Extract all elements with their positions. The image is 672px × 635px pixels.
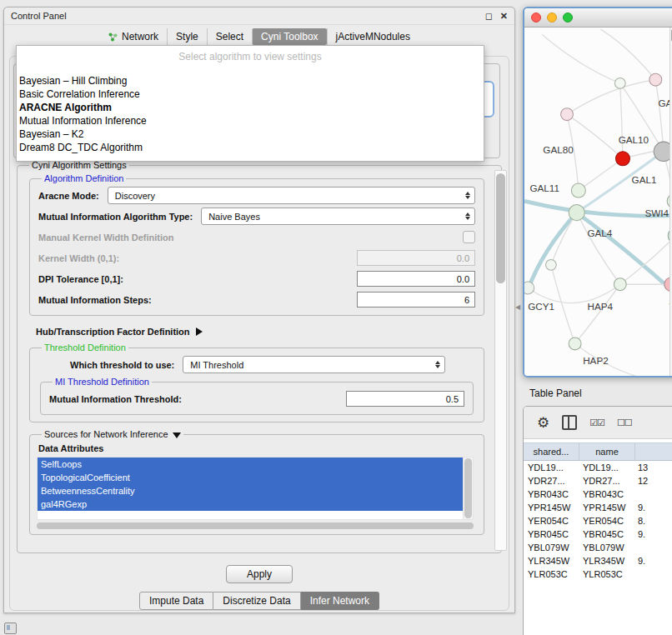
table-row[interactable]: YDR27...YDR27...12 bbox=[524, 474, 672, 488]
sources-title[interactable]: Sources for Network Inference bbox=[42, 429, 183, 439]
attribute-item[interactable]: TopologicalCoefficient bbox=[38, 471, 463, 484]
columns-icon[interactable] bbox=[562, 415, 577, 430]
table-cell: YPR145W bbox=[579, 501, 634, 514]
mi-threshold-definition-title: MI Threshold Definition bbox=[53, 377, 152, 387]
algorithm-option[interactable]: Bayesian – K2 bbox=[17, 128, 484, 141]
graph-node[interactable] bbox=[615, 152, 629, 166]
node-label: HAP2 bbox=[583, 355, 609, 366]
aracne-mode-select[interactable]: Discovery bbox=[108, 187, 475, 204]
aracne-mode-value: Discovery bbox=[115, 191, 155, 201]
control-panel-content: Select algorithm to view settings Bayesi… bbox=[9, 56, 509, 611]
tab-style[interactable]: Style bbox=[167, 28, 207, 45]
node-label: GAL11 bbox=[529, 182, 559, 193]
table-row[interactable]: YBR045CYBR045C9. bbox=[524, 528, 672, 541]
combo-arrows-icon bbox=[435, 361, 440, 368]
threshold-definition-group: Threshold Definition Which threshold to … bbox=[29, 342, 484, 422]
settings-vertical-scrollbar[interactable] bbox=[494, 170, 507, 551]
table-row[interactable]: YDL19...YDL19...13 bbox=[524, 461, 672, 474]
manual-kernel-checkbox[interactable] bbox=[463, 231, 475, 243]
graph-node[interactable] bbox=[649, 73, 662, 86]
algorithm-option[interactable]: Bayesian – Hill Climbing bbox=[17, 74, 484, 88]
attributes-vertical-scrollbar[interactable] bbox=[463, 458, 473, 519]
bottom-tab-impute-data[interactable]: Impute Data bbox=[139, 592, 213, 610]
table-body: YDL19...YDL19...13YDR27...YDR27...12YBR0… bbox=[524, 461, 672, 581]
close-panel-icon[interactable]: ✕ bbox=[500, 11, 508, 22]
table-cell: YLR053C bbox=[579, 568, 634, 581]
graph-edge bbox=[567, 114, 623, 158]
graph-edge bbox=[620, 236, 672, 284]
graph-node[interactable] bbox=[561, 108, 574, 121]
minimize-traffic-icon[interactable] bbox=[547, 12, 557, 22]
table-row[interactable]: YER054CYER054C8. bbox=[524, 514, 672, 528]
select-all-icon[interactable]: ☑☑ bbox=[589, 418, 604, 428]
table-cell: YER054C bbox=[524, 514, 579, 528]
graph-node[interactable] bbox=[524, 282, 534, 294]
zoom-traffic-icon[interactable] bbox=[563, 12, 573, 22]
collapsed-panel-icon[interactable] bbox=[4, 622, 17, 634]
table-cell: 12 bbox=[634, 474, 672, 488]
mi-steps-row: Mutual Information Steps: 6 bbox=[37, 289, 477, 310]
kernel-width-label: Kernel Width (0,1): bbox=[38, 253, 119, 263]
gear-icon[interactable]: ⚙ bbox=[537, 416, 549, 430]
bottom-tab-infer-network[interactable]: Infer Network bbox=[301, 592, 379, 610]
algorithm-option[interactable]: ARACNE Algorithm bbox=[17, 101, 484, 114]
table-row[interactable]: YBR043CYBR043C bbox=[524, 488, 672, 501]
which-threshold-value: MI Threshold bbox=[190, 360, 243, 370]
table-row[interactable]: YPR145WYPR145W9. bbox=[524, 501, 672, 514]
apply-button[interactable]: Apply bbox=[226, 565, 293, 583]
graph-node[interactable] bbox=[569, 338, 581, 350]
table-row[interactable]: YLR345WYLR345W9. bbox=[524, 554, 672, 568]
hub-definition-expander[interactable]: Hub/Transcription Factor Definition bbox=[24, 322, 494, 341]
graph-node[interactable] bbox=[614, 278, 626, 291]
network-graph[interactable]: GAL80GALGAL10GAL11GAL1SWI4GAL4GCY1HAP4YH… bbox=[524, 28, 672, 376]
kernel-width-input[interactable]: 0.0 bbox=[357, 250, 475, 266]
attributes-horizontal-scrollbar[interactable] bbox=[37, 522, 474, 529]
tab-network[interactable]: Network bbox=[100, 28, 167, 45]
panel-splitter-handle[interactable]: ◀ bbox=[515, 303, 520, 311]
graph-node[interactable] bbox=[546, 259, 557, 270]
tab-jactivemnodules[interactable]: jActiveMNodules bbox=[327, 28, 419, 45]
close-traffic-icon[interactable] bbox=[531, 12, 541, 22]
table-cell: YDR27... bbox=[524, 474, 579, 488]
control-panel-titlebar[interactable]: Control Panel ◻ ✕ bbox=[4, 8, 514, 25]
attribute-item[interactable]: BetweennessCentrality bbox=[38, 484, 463, 498]
network-canvas[interactable]: GAL80GALGAL10GAL11GAL1SWI4GAL4GCY1HAP4YH… bbox=[524, 28, 672, 376]
control-panel-window: Control Panel ◻ ✕ NetworkStyleSelectCyni… bbox=[3, 7, 515, 613]
attribute-item[interactable]: SelfLoops bbox=[38, 458, 463, 471]
tab-cyni-toolbox[interactable]: Cyni Toolbox bbox=[252, 28, 326, 45]
table-cell: YLR345W bbox=[524, 554, 579, 568]
column-header-shared[interactable]: shared... bbox=[524, 443, 579, 460]
table-cell: 9. bbox=[634, 528, 672, 541]
dpi-tolerance-input[interactable]: 0.0 bbox=[357, 271, 475, 287]
algorithm-option[interactable]: Mutual Information Inference bbox=[17, 114, 484, 128]
deselect-all-icon[interactable]: ☐☐ bbox=[617, 418, 632, 428]
table-cell: 13 bbox=[634, 461, 672, 474]
network-window-titlebar[interactable] bbox=[524, 8, 672, 28]
which-threshold-select[interactable]: MI Threshold bbox=[183, 356, 445, 373]
mi-type-select[interactable]: Naive Bayes bbox=[201, 208, 475, 225]
table-cell: YBR045C bbox=[524, 528, 579, 541]
graph-node[interactable] bbox=[614, 78, 625, 89]
bottom-tab-discretize-data[interactable]: Discretize Data bbox=[213, 592, 300, 610]
aracne-mode-label: Aracne Mode: bbox=[38, 191, 99, 201]
column-header-name[interactable]: name bbox=[579, 443, 635, 460]
table-row[interactable]: YBL079WYBL079W bbox=[524, 541, 672, 554]
table-cell: YPR145W bbox=[524, 501, 579, 514]
mi-steps-input[interactable]: 6 bbox=[357, 292, 475, 308]
attribute-item[interactable]: gal4RGexp bbox=[38, 498, 463, 511]
top-tabs: NetworkStyleSelectCyni ToolboxjActiveMNo… bbox=[4, 27, 514, 47]
graph-node[interactable] bbox=[571, 183, 585, 198]
table-row[interactable]: YLR053CYLR053C bbox=[524, 568, 672, 581]
algorithm-option[interactable]: Basic Correlation Inference bbox=[17, 88, 484, 101]
algorithm-option[interactable]: Dream8 DC_TDC Algorithm bbox=[17, 141, 484, 154]
float-panel-icon[interactable]: ◻ bbox=[485, 11, 493, 22]
tab-select[interactable]: Select bbox=[207, 28, 252, 45]
algorithm-select-area: Select algorithm to view settings Bayesi… bbox=[10, 57, 509, 160]
table-cell: YLR345W bbox=[579, 554, 634, 568]
table-cell: YBL079W bbox=[579, 541, 634, 554]
graph-node[interactable] bbox=[569, 205, 584, 221]
column-header-extra[interactable] bbox=[635, 443, 672, 460]
mi-threshold-row: Mutual Information Threshold: 0.5 bbox=[48, 388, 466, 409]
mi-threshold-input[interactable]: 0.5 bbox=[346, 391, 464, 407]
node-label: GAL10 bbox=[619, 134, 649, 145]
